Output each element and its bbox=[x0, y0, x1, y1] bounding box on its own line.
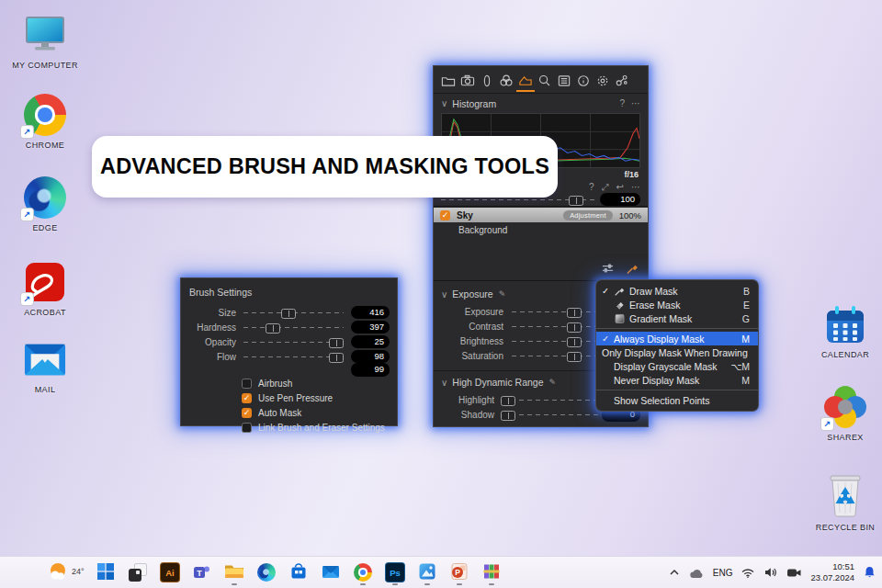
desktop-icon-acrobat[interactable]: ↗ ACROBAT bbox=[9, 261, 81, 317]
volume-icon[interactable] bbox=[763, 566, 778, 579]
desktop-icon-edge[interactable]: ↗ EDGE bbox=[9, 176, 81, 232]
bell-icon[interactable] bbox=[863, 565, 876, 580]
hardness-slider[interactable] bbox=[243, 322, 344, 333]
menu-item-gradient-mask[interactable]: Gradient Mask G bbox=[596, 311, 758, 325]
menu-item-never-display-mask[interactable]: Never Display Mask M bbox=[596, 373, 758, 387]
reset-icon[interactable]: ↩ bbox=[616, 182, 624, 192]
nodes-icon[interactable] bbox=[615, 71, 629, 91]
taskbar-clock[interactable]: 10:51 23.07.2024 bbox=[810, 561, 854, 583]
taskbar-file-explorer[interactable] bbox=[221, 560, 247, 585]
menu-item-show-selection-points[interactable]: Show Selection Points bbox=[596, 393, 758, 407]
hardness-value[interactable]: 397 bbox=[351, 321, 390, 334]
layer-row-sky[interactable]: ✓ Sky Adjustment 100% bbox=[434, 208, 648, 222]
wifi-icon[interactable] bbox=[741, 566, 755, 579]
onedrive-icon[interactable] bbox=[689, 567, 705, 579]
menu-separator bbox=[596, 390, 758, 390]
editor-toolbar bbox=[441, 71, 629, 91]
desktop-icon-mail[interactable]: MAIL bbox=[9, 338, 81, 394]
chevron-down-icon[interactable]: ∨ bbox=[441, 289, 447, 300]
histogram-header[interactable]: ∨ Histogram ? ⋯ bbox=[441, 96, 640, 110]
menu-item-always-display-mask[interactable]: ✓ Always Display Mask M bbox=[596, 332, 758, 345]
more-icon[interactable]: ⋯ bbox=[631, 98, 640, 108]
histogram-title: Histogram bbox=[452, 98, 496, 109]
desktop-icon-chrome[interactable]: ↗ CHROME bbox=[9, 94, 81, 150]
checkbox-row-pen-pressure[interactable]: ✓ Use Pen Pressure bbox=[242, 392, 333, 404]
sun-cloud-icon bbox=[48, 559, 70, 584]
checkbox-row-airbrush[interactable]: Airbrush bbox=[242, 378, 292, 390]
desktop-icon-recycle-bin[interactable]: RECYCLE BIN bbox=[809, 470, 881, 532]
layer-name: Sky bbox=[457, 210, 473, 220]
menu-item-erase-mask[interactable]: Erase Mask E bbox=[596, 298, 758, 311]
desktop-icon-my-computer[interactable]: MY COMPUTER bbox=[9, 14, 81, 70]
color-wheel-icon[interactable] bbox=[499, 71, 514, 91]
airbrush-checkbox[interactable] bbox=[242, 379, 252, 389]
pen-pressure-checkbox[interactable]: ✓ bbox=[242, 393, 252, 403]
taskbar-chrome[interactable] bbox=[350, 560, 376, 585]
info-icon[interactable] bbox=[576, 71, 591, 91]
lens-icon[interactable] bbox=[480, 71, 494, 91]
taskbar-illustrator[interactable]: Ai bbox=[157, 560, 183, 585]
layer-opacity-value[interactable]: 100 bbox=[600, 193, 640, 206]
shadow-slider[interactable] bbox=[503, 410, 600, 420]
mask-edit-icon: ✎ bbox=[499, 289, 506, 299]
desktop: MY COMPUTER ↗ CHROME ↗ EDGE ↗ ACROBAT bbox=[0, 0, 882, 588]
search-icon[interactable] bbox=[537, 71, 552, 91]
layer-visibility-checkbox[interactable]: ✓ bbox=[440, 210, 450, 220]
menu-item-draw-mask[interactable]: ✓ Draw Mask B bbox=[596, 284, 758, 298]
taskbar-photos[interactable] bbox=[414, 560, 440, 585]
taskbar-task-view[interactable] bbox=[125, 560, 151, 585]
taskbar-store[interactable] bbox=[286, 560, 311, 585]
taskbar-edge[interactable] bbox=[254, 560, 279, 585]
flow-slider[interactable] bbox=[243, 352, 344, 362]
folder-icon[interactable] bbox=[441, 71, 456, 91]
help-icon[interactable]: ? bbox=[589, 182, 594, 192]
taskbar-winrar[interactable] bbox=[479, 560, 504, 585]
size-value[interactable]: 416 bbox=[351, 306, 390, 319]
opacity-value[interactable]: 25 bbox=[351, 335, 390, 348]
title-banner: ADVANCED BRUSH AND MASKING TOOLS bbox=[92, 136, 558, 198]
chevron-down-icon[interactable]: ∨ bbox=[441, 378, 447, 388]
camera-icon[interactable] bbox=[786, 567, 802, 579]
auto-mask-checkbox[interactable]: ✓ bbox=[242, 408, 252, 418]
layer-opacity: 100% bbox=[619, 210, 641, 220]
taskbar-start-button[interactable] bbox=[93, 560, 119, 585]
computer-icon bbox=[24, 14, 66, 56]
camera-icon[interactable] bbox=[460, 71, 475, 91]
taskbar-teams[interactable]: T bbox=[189, 560, 215, 585]
svg-text:P: P bbox=[455, 568, 460, 577]
brush-icon[interactable] bbox=[626, 262, 639, 278]
opacity-slider[interactable] bbox=[243, 337, 344, 347]
chevron-up-icon[interactable] bbox=[668, 567, 681, 578]
sliders-icon[interactable] bbox=[601, 262, 615, 278]
checkbox-row-auto-mask[interactable]: ✓ Auto Mask bbox=[242, 407, 301, 419]
desktop-icon-sharex[interactable]: ↗ SHAREX bbox=[809, 386, 881, 442]
brush-tab-icon[interactable] bbox=[518, 71, 533, 91]
expand-icon[interactable]: ⤢ bbox=[602, 182, 609, 193]
link-settings-checkbox[interactable] bbox=[242, 423, 252, 433]
size-slider[interactable] bbox=[243, 308, 344, 318]
more-icon[interactable]: ⋯ bbox=[631, 182, 640, 192]
checkbox-row-link-settings[interactable]: Link Brush and Eraser Settings bbox=[242, 422, 385, 434]
menu-item-display-grayscale-mask[interactable]: Display Grayscale Mask ⌥M bbox=[596, 359, 758, 373]
layers-list: ✓ Sky Adjustment 100% Background bbox=[434, 206, 648, 281]
language-indicator[interactable]: ENG bbox=[713, 568, 733, 578]
gear-icon[interactable] bbox=[595, 71, 610, 91]
windows-icon bbox=[96, 562, 115, 583]
catalog-icon[interactable] bbox=[557, 71, 571, 91]
chevron-down-icon[interactable]: ∨ bbox=[441, 98, 447, 108]
menu-item-only-display-when-drawing[interactable]: Only Display Mask When Drawing bbox=[596, 345, 758, 359]
gradient-icon bbox=[614, 312, 629, 324]
flow-value[interactable]: 98 bbox=[351, 350, 390, 363]
taskbar-powerpoint[interactable]: P bbox=[447, 560, 472, 585]
photoshop-icon: Ps bbox=[385, 562, 405, 582]
slider-row-opacity: Opacity 25 bbox=[188, 335, 390, 348]
desktop-icon-calendar[interactable]: CALENDAR bbox=[809, 303, 881, 359]
taskbar-mail[interactable] bbox=[318, 560, 344, 585]
mask-context-menu: ✓ Draw Mask B Erase Mask E Gradient Mask… bbox=[596, 280, 758, 411]
help-icon[interactable]: ? bbox=[619, 98, 625, 108]
check-icon: ✓ bbox=[602, 286, 614, 296]
taskbar-photoshop[interactable]: Ps bbox=[382, 560, 408, 585]
aperture-readout: f/16 bbox=[624, 169, 639, 180]
layer-row-background[interactable]: Background bbox=[434, 222, 648, 237]
brush-settings-panel: Brush Settings Size 416 Hardness 397 Opa… bbox=[181, 278, 397, 425]
